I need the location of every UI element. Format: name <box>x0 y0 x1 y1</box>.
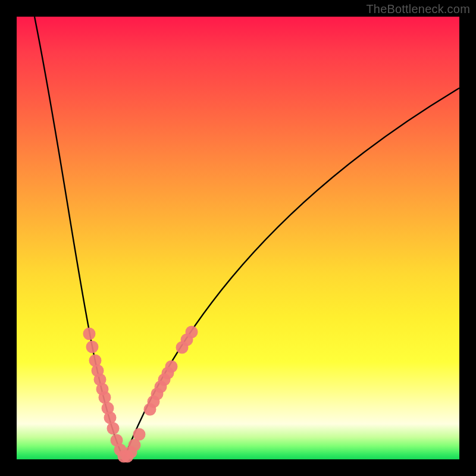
watermark-text: TheBottleneck.com <box>366 2 470 16</box>
data-marker <box>165 361 178 373</box>
data-marker <box>133 428 146 441</box>
data-marker <box>104 412 117 424</box>
data-marker <box>129 439 141 452</box>
data-marker <box>83 328 96 340</box>
data-marker <box>86 341 99 353</box>
data-marker <box>99 392 111 404</box>
data-marker <box>107 422 120 435</box>
marker-layer <box>83 326 198 463</box>
chart-frame <box>17 17 459 459</box>
bottleneck-chart <box>17 17 459 459</box>
data-marker <box>186 326 198 339</box>
